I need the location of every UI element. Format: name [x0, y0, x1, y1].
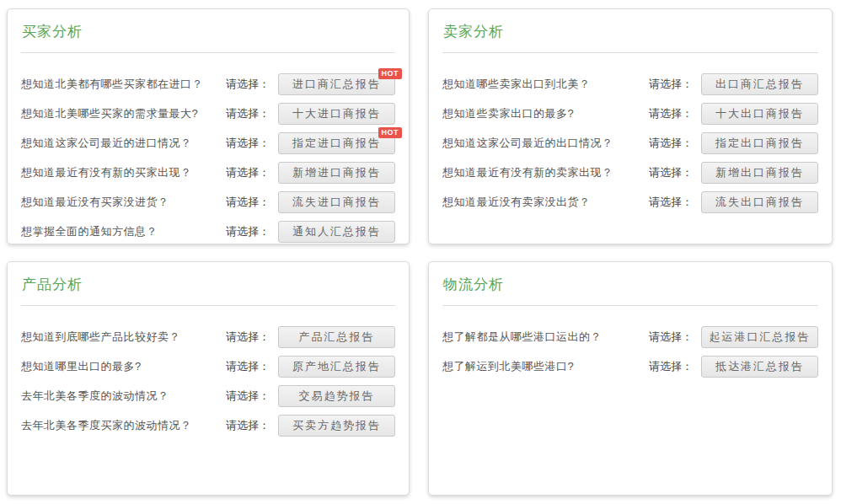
select-label: 请选择：: [649, 330, 693, 345]
report-button-wrap: 起运港口汇总报告: [701, 326, 818, 348]
select-label: 请选择：: [649, 195, 693, 210]
panel-divider: [442, 52, 818, 53]
question-text: 去年北美各季度的波动情况？: [21, 389, 226, 404]
question-text: 想掌握全面的通知方信息？: [21, 224, 226, 239]
select-label: 请选择：: [226, 389, 270, 404]
report-button[interactable]: 十大出口商报告: [701, 103, 818, 125]
question-text: 想知道哪里出口的最多?: [21, 359, 226, 374]
hot-badge: HOT: [378, 127, 403, 138]
select-label: 请选择：: [226, 77, 270, 92]
select-label: 请选择：: [226, 136, 270, 151]
report-button[interactable]: 新增进口商报告: [278, 162, 395, 184]
report-row: 想知道到底哪些产品比较好卖？ 请选择： 产品汇总报告: [21, 322, 395, 351]
report-row: 想知道最近没有买家没进货？ 请选择： 流失进口商报告: [21, 187, 395, 217]
panel-rows: 想了解都是从哪些港口运出的？ 请选择： 起运港口汇总报告 想了解运到北美哪些港口…: [442, 322, 818, 381]
question-text: 想知道最近没有卖家没出货？: [442, 195, 649, 210]
question-text: 想知道这家公司最近的进口情况？: [21, 136, 226, 151]
report-button-wrap: 通知人汇总报告: [278, 221, 395, 243]
report-button-wrap: 产品汇总报告: [278, 326, 395, 348]
report-row: 想知道些卖家出口的最多? 请选择： 十大出口商报告: [442, 99, 818, 128]
panel-rows: 想知道哪些卖家出口到北美？ 请选择： 出口商汇总报告 想知道些卖家出口的最多? …: [442, 69, 818, 217]
question-text: 想知道最近有没有新的卖家出现？: [442, 165, 649, 180]
panel-rows: 想知道到底哪些产品比较好卖？ 请选择： 产品汇总报告 想知道哪里出口的最多? 请…: [21, 322, 395, 440]
analysis-grid: 买家分析 想知道北美都有哪些买家都在进口？ 请选择： 进口商汇总报告 HOT 想…: [0, 0, 841, 504]
report-button-wrap: 新增进口商报告: [278, 162, 395, 184]
panel-title: 物流分析: [443, 275, 818, 294]
report-button-wrap: 十大出口商报告: [701, 103, 818, 125]
report-button[interactable]: 买卖方趋势报告: [278, 415, 395, 437]
report-button-wrap: 流失出口商报告: [701, 191, 818, 213]
report-button-wrap: 原产地汇总报告: [278, 356, 395, 378]
report-row: 想了解运到北美哪些港口? 请选择： 抵达港汇总报告: [442, 351, 818, 381]
report-button-wrap: 指定出口商报告: [701, 132, 818, 154]
report-button-wrap: 进口商汇总报告 HOT: [278, 73, 395, 95]
report-row: 想知道北美哪些买家的需求量最大? 请选择： 十大进口商报告: [21, 99, 395, 128]
report-button[interactable]: 产品汇总报告: [278, 326, 395, 348]
question-text: 想了解运到北美哪些港口?: [442, 359, 649, 374]
report-row: 想知道最近有没有新的卖家出现？ 请选择： 新增出口商报告: [442, 158, 818, 187]
report-row: 想知道北美都有哪些买家都在进口？ 请选择： 进口商汇总报告 HOT: [21, 69, 395, 99]
question-text: 去年北美各季度买家的波动情况？: [21, 418, 226, 433]
report-button[interactable]: 出口商汇总报告: [701, 73, 818, 95]
panel-logistics-analysis: 物流分析 想了解都是从哪些港口运出的？ 请选择： 起运港口汇总报告 想了解运到北…: [428, 261, 833, 496]
report-row: 想知道最近没有卖家没出货？ 请选择： 流失出口商报告: [442, 187, 818, 217]
report-button-wrap: 交易趋势报告: [278, 385, 395, 407]
select-label: 请选择：: [649, 136, 693, 151]
question-text: 想知道最近没有买家没进货？: [21, 195, 226, 210]
select-label: 请选择：: [649, 77, 693, 92]
panel-divider: [21, 52, 395, 53]
report-button[interactable]: 新增出口商报告: [701, 162, 818, 184]
report-button-wrap: 新增出口商报告: [701, 162, 818, 184]
panel-title: 产品分析: [22, 275, 395, 294]
panel-divider: [21, 305, 395, 306]
select-label: 请选择：: [226, 195, 270, 210]
report-button[interactable]: 流失出口商报告: [701, 191, 818, 213]
question-text: 想知道哪些卖家出口到北美？: [442, 77, 649, 92]
select-label: 请选择：: [226, 224, 270, 239]
report-button[interactable]: 原产地汇总报告: [278, 356, 395, 378]
report-row: 去年北美各季度买家的波动情况？ 请选择： 买卖方趋势报告: [21, 410, 395, 440]
question-text: 想知道北美都有哪些买家都在进口？: [21, 77, 226, 92]
select-label: 请选择：: [649, 165, 693, 180]
hot-badge: HOT: [378, 68, 403, 79]
report-button-wrap: 流失进口商报告: [278, 191, 395, 213]
select-label: 请选择：: [226, 165, 270, 180]
select-label: 请选择：: [649, 359, 693, 374]
report-button[interactable]: 交易趋势报告: [278, 385, 395, 407]
report-button[interactable]: 通知人汇总报告: [278, 221, 395, 243]
select-label: 请选择：: [226, 418, 270, 433]
select-label: 请选择：: [226, 359, 270, 374]
report-row: 想知道这家公司最近的进口情况？ 请选择： 指定进口商报告 HOT: [21, 128, 395, 158]
report-row: 想知道最近有没有新的买家出现？ 请选择： 新增进口商报告: [21, 158, 395, 187]
panel-divider: [442, 305, 818, 306]
report-button[interactable]: 抵达港汇总报告: [701, 356, 818, 378]
panel-buyer-analysis: 买家分析 想知道北美都有哪些买家都在进口？ 请选择： 进口商汇总报告 HOT 想…: [7, 8, 410, 244]
panel-rows: 想知道北美都有哪些买家都在进口？ 请选择： 进口商汇总报告 HOT 想知道北美哪…: [21, 69, 395, 244]
select-label: 请选择：: [226, 106, 270, 121]
select-label: 请选择：: [226, 330, 270, 345]
report-button-wrap: 买卖方趋势报告: [278, 415, 395, 437]
report-row: 想掌握全面的通知方信息？ 请选择： 通知人汇总报告: [21, 217, 395, 244]
report-button[interactable]: 流失进口商报告: [278, 191, 395, 213]
panel-seller-analysis: 卖家分析 想知道哪些卖家出口到北美？ 请选择： 出口商汇总报告 想知道些卖家出口…: [428, 8, 833, 244]
panel-title: 卖家分析: [443, 22, 818, 41]
panel-product-analysis: 产品分析 想知道到底哪些产品比较好卖？ 请选择： 产品汇总报告 想知道哪里出口的…: [7, 261, 410, 496]
report-button-wrap: 抵达港汇总报告: [701, 356, 818, 378]
report-row: 想知道这家公司最近的出口情况？ 请选择： 指定出口商报告: [442, 128, 818, 158]
report-button[interactable]: 十大进口商报告: [278, 103, 395, 125]
report-row: 想知道哪里出口的最多? 请选择： 原产地汇总报告: [21, 351, 395, 381]
question-text: 想知道这家公司最近的出口情况？: [442, 136, 649, 151]
select-label: 请选择：: [649, 106, 693, 121]
report-button[interactable]: 指定出口商报告: [701, 132, 818, 154]
question-text: 想了解都是从哪些港口运出的？: [442, 330, 649, 345]
question-text: 想知道最近有没有新的买家出现？: [21, 165, 226, 180]
panel-title: 买家分析: [22, 22, 395, 41]
report-row: 想知道哪些卖家出口到北美？ 请选择： 出口商汇总报告: [442, 69, 818, 99]
report-row: 去年北美各季度的波动情况？ 请选择： 交易趋势报告: [21, 381, 395, 410]
report-button[interactable]: 起运港口汇总报告: [701, 326, 818, 348]
report-button-wrap: 指定进口商报告 HOT: [278, 132, 395, 154]
question-text: 想知道北美哪些买家的需求量最大?: [21, 106, 226, 121]
question-text: 想知道些卖家出口的最多?: [442, 106, 649, 121]
report-button-wrap: 十大进口商报告: [278, 103, 395, 125]
report-button-wrap: 出口商汇总报告: [701, 73, 818, 95]
